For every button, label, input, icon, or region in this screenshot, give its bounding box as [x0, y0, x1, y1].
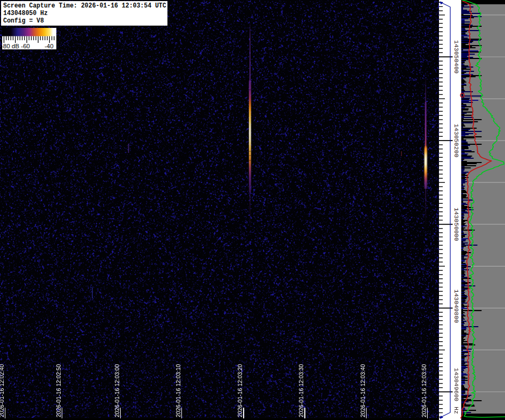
svg-text:143049600: 143049600	[453, 368, 460, 402]
svg-text:143050400: 143050400	[453, 40, 460, 74]
svg-text:143049800: 143049800	[453, 290, 460, 323]
svg-text:143050200: 143050200	[453, 124, 460, 158]
svg-text:-40: -40	[45, 43, 54, 49]
svg-text:143050000: 143050000	[453, 208, 460, 241]
svg-text:Hz: Hz	[453, 407, 460, 414]
svg-text:-80 dB -60: -80 dB -60	[2, 43, 30, 49]
